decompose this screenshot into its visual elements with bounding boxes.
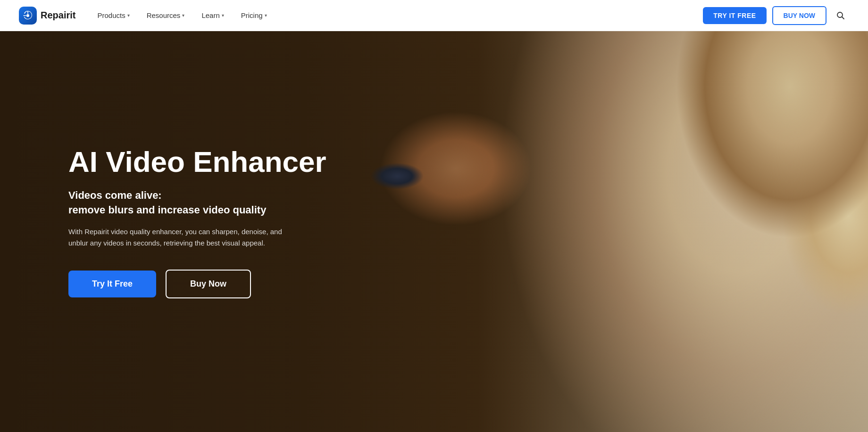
hero-content: AI Video Enhancer Videos come alive: rem… [0, 31, 868, 432]
hero-buttons: Try It Free Buy Now [68, 270, 868, 298]
search-button[interactable] [832, 7, 849, 24]
nav-buy-now-button[interactable]: BUY NOW [772, 6, 826, 25]
nav-item-learn[interactable]: Learn ▾ [194, 8, 231, 23]
search-icon [836, 11, 845, 20]
svg-point-1 [837, 12, 843, 17]
navbar: Repairit Products ▾ Resources ▾ Learn ▾ … [0, 0, 868, 31]
hero-description: With Repairit video quality enhancer, yo… [68, 226, 300, 249]
hero-buy-now-button[interactable]: Buy Now [166, 270, 251, 298]
chevron-down-icon: ▾ [127, 13, 130, 18]
brand-name: Repairit [41, 10, 75, 21]
chevron-down-icon: ▾ [265, 13, 267, 18]
brand-logo-icon [19, 7, 37, 25]
nav-links: Products ▾ Resources ▾ Learn ▾ Pricing ▾ [90, 8, 703, 23]
hero-subtitle: Videos come alive: remove blurs and incr… [68, 188, 342, 218]
nav-item-resources[interactable]: Resources ▾ [139, 8, 192, 23]
nav-item-products[interactable]: Products ▾ [90, 8, 137, 23]
brand-logo-link[interactable]: Repairit [19, 7, 75, 25]
nav-item-pricing[interactable]: Pricing ▾ [234, 8, 275, 23]
svg-point-0 [26, 14, 29, 17]
nav-actions: TRY IT FREE BUY NOW [703, 6, 849, 25]
hero-title: AI Video Enhancer [68, 146, 351, 178]
hero-section: AI Video Enhancer Videos come alive: rem… [0, 0, 868, 432]
nav-try-free-button[interactable]: TRY IT FREE [703, 7, 766, 24]
chevron-down-icon: ▾ [182, 13, 184, 18]
chevron-down-icon: ▾ [222, 13, 224, 18]
hero-try-free-button[interactable]: Try It Free [68, 271, 156, 297]
